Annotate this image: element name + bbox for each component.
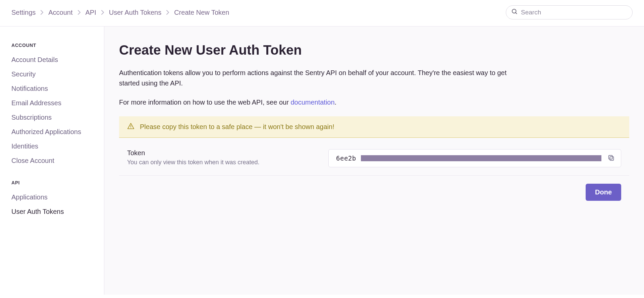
chevron-right-icon	[77, 10, 81, 15]
sidebar-section-title: ACCOUNT	[11, 43, 93, 48]
token-value-box: 6ee2b	[328, 149, 621, 167]
chevron-right-icon	[166, 10, 169, 15]
main-content: Create New User Auth Token Authenticatio…	[104, 26, 644, 295]
sidebar-item-email-addresses[interactable]: Email Addresses	[11, 96, 93, 110]
sidebar-item-identities[interactable]: Identities	[11, 139, 93, 154]
sidebar-item-close-account[interactable]: Close Account	[11, 154, 93, 168]
sidebar-item-applications[interactable]: Applications	[11, 190, 93, 204]
chevron-right-icon	[40, 10, 44, 15]
token-help-text: You can only view this token when it was…	[127, 159, 315, 166]
warning-alert: Please copy this token to a safe place —…	[119, 116, 629, 138]
breadcrumb-item[interactable]: API	[86, 9, 96, 16]
sidebar-section-title: API	[11, 180, 93, 185]
svg-rect-2	[610, 157, 613, 160]
documentation-link[interactable]: documentation	[290, 99, 334, 106]
breadcrumb: Settings Account API User Auth Tokens Cr…	[11, 9, 229, 16]
svg-rect-3	[609, 155, 612, 159]
sidebar-item-user-auth-tokens[interactable]: User Auth Tokens	[11, 204, 93, 219]
breadcrumb-item[interactable]: User Auth Tokens	[109, 9, 161, 16]
intro-text: Authentication tokens allow you to perfo…	[119, 68, 515, 88]
alert-text: Please copy this token to a safe place —…	[140, 123, 334, 131]
search-icon	[511, 8, 518, 17]
search-input[interactable]	[506, 5, 633, 19]
sidebar-item-authorized-applications[interactable]: Authorized Applications	[11, 125, 93, 139]
intro-text-2: For more information on how to use the w…	[119, 97, 515, 108]
page-title: Create New User Auth Token	[119, 43, 629, 58]
intro2-prefix: For more information on how to use the w…	[119, 99, 290, 106]
breadcrumb-item[interactable]: Settings	[11, 9, 36, 16]
sidebar-item-security[interactable]: Security	[11, 67, 93, 81]
token-redacted	[361, 155, 601, 161]
chevron-right-icon	[101, 10, 104, 15]
breadcrumb-item[interactable]: Account	[48, 9, 72, 16]
done-button[interactable]: Done	[586, 184, 621, 201]
intro2-suffix: .	[335, 99, 337, 106]
sidebar-item-subscriptions[interactable]: Subscriptions	[11, 110, 93, 125]
warning-icon	[127, 122, 135, 131]
breadcrumb-item[interactable]: Create New Token	[174, 9, 229, 16]
token-prefix: 6ee2b	[336, 155, 356, 162]
svg-point-1	[130, 128, 131, 128]
copy-token-button[interactable]	[606, 153, 616, 164]
sidebar-item-notifications[interactable]: Notifications	[11, 81, 93, 96]
sidebar: ACCOUNT Account Details Security Notific…	[0, 26, 104, 295]
copy-icon	[607, 158, 615, 163]
sidebar-item-account-details[interactable]: Account Details	[11, 53, 93, 67]
token-label: Token	[127, 149, 315, 157]
